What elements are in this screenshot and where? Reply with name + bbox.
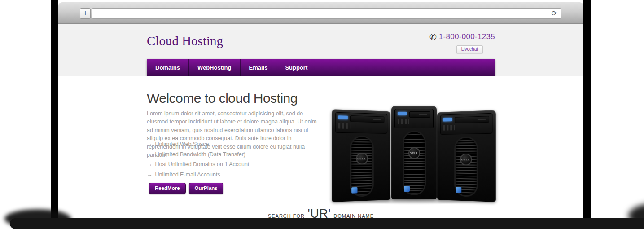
server-tower-right: DELL	[437, 110, 496, 202]
server-towers-image: DELL DELL	[333, 106, 495, 202]
feature-label: Unlimited E-mail Accounts	[155, 172, 220, 178]
livechat-button[interactable]: Livechat	[456, 45, 483, 53]
arrow-right-icon: →	[147, 161, 153, 167]
cta-buttons: ReadMore OurPlans	[149, 183, 223, 194]
web-page: Cloud Hosting ✆ 1-800-000-1235 Livechat …	[58, 24, 583, 219]
server-optical-drive	[409, 111, 430, 118]
arrow-right-icon: →	[147, 151, 153, 158]
nav-item-domains[interactable]: Domains	[147, 59, 189, 76]
browser-window: + ⟳ Cloud Hosting ✆ 1-800-000-1235 Livec…	[58, 2, 583, 219]
new-tab-button[interactable]: +	[80, 8, 91, 19]
refresh-icon[interactable]: ⟳	[551, 9, 557, 18]
list-item: →Unlimited E-mail Accounts	[147, 172, 249, 182]
device-shadow-band	[10, 218, 644, 229]
feature-list: →Unlimited Web Space →Unlimited Bandwidt…	[147, 141, 249, 181]
server-lcd-screen	[398, 112, 407, 115]
server-optical-drive	[455, 116, 489, 123]
feature-label: Unlimited Bandwidth (Data Transfer)	[155, 151, 245, 158]
server-lcd-screen	[338, 115, 348, 119]
list-item: →Host Unlimited Domains on 1 Account	[147, 161, 249, 172]
phone-block: ✆ 1-800-000-1235	[429, 32, 495, 41]
server-tower-center: DELL	[391, 106, 437, 199]
domain-search-banner: SEARCH FOR 'UR' DOMAIN NAME	[147, 207, 495, 219]
intel-sticker-icon	[456, 187, 461, 193]
arrow-right-icon: →	[147, 141, 153, 147]
nav-item-support[interactable]: Support	[276, 59, 316, 76]
page-title: Welcome to cloud Hosting	[147, 91, 298, 106]
device-bezel-left	[51, 0, 58, 221]
arrow-right-icon: →	[147, 172, 153, 178]
main-nav: Domains WebHosting Emails Support	[147, 59, 495, 76]
intel-sticker-icon	[351, 187, 357, 194]
device-bezel-right	[583, 0, 591, 221]
server-lcd-screen	[443, 118, 452, 122]
list-item: →Unlimited Web Space	[147, 141, 249, 151]
site-header: Cloud Hosting ✆ 1-800-000-1235 Livechat …	[58, 24, 583, 76]
server-buttons	[443, 125, 455, 131]
server-drive-panel	[394, 109, 434, 128]
nav-item-webhosting[interactable]: WebHosting	[189, 59, 241, 76]
server-drive-panel	[335, 112, 388, 134]
browser-toolbar: + ⟳	[58, 2, 583, 24]
dell-badge: DELL	[356, 153, 368, 165]
phone-icon: ✆	[429, 33, 437, 41]
main-content: Welcome to cloud Hosting Lorem ipsum dol…	[58, 76, 583, 219]
search-banner-highlight: 'UR'	[307, 207, 331, 219]
address-bar[interactable]: ⟳	[92, 8, 561, 19]
server-buttons	[398, 119, 409, 124]
intel-sticker-icon	[404, 186, 410, 192]
server-optical-drive	[350, 115, 384, 123]
dell-badge: DELL	[460, 154, 472, 166]
dell-badge: DELL	[408, 147, 420, 159]
server-tower-left: DELL	[332, 109, 390, 202]
address-input[interactable]	[94, 9, 534, 18]
read-more-button[interactable]: ReadMore	[149, 183, 186, 194]
feature-label: Unlimited Web Space	[155, 141, 209, 147]
nav-item-emails[interactable]: Emails	[241, 59, 277, 76]
server-vent-grille	[404, 132, 425, 194]
phone-number: 1-800-000-1235	[439, 32, 495, 41]
list-item: →Unlimited Bandwidth (Data Transfer)	[147, 151, 249, 162]
server-buttons	[338, 123, 350, 129]
server-drive-panel	[440, 113, 493, 135]
feature-label: Host Unlimited Domains on 1 Account	[155, 161, 250, 167]
site-logo[interactable]: Cloud Hosting	[147, 34, 223, 48]
our-plans-button[interactable]: OurPlans	[189, 183, 223, 194]
